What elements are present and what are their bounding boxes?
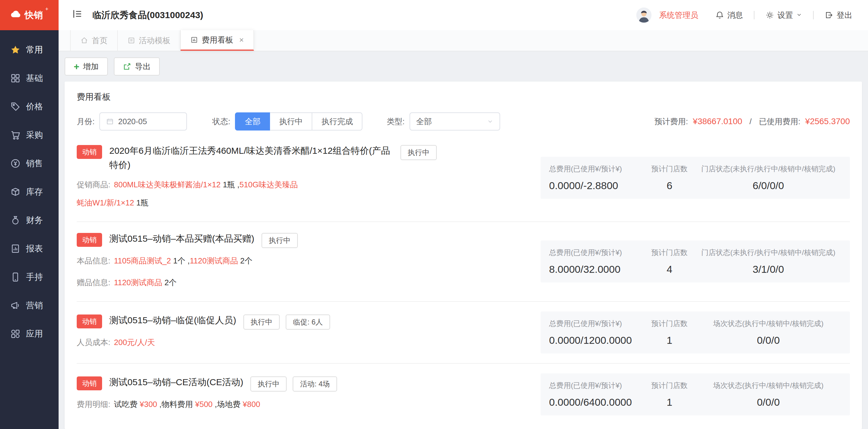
sidebar-item-label: 报表 — [26, 243, 43, 254]
cost-item: ,物料费用 — [157, 400, 195, 409]
top-bar: 临沂欣秀食品(0031000243) 系统管理员 消息 设置 登出 — [59, 0, 868, 30]
product-qty: 1瓶 , — [221, 180, 240, 189]
type-select[interactable]: 全部 — [409, 112, 500, 130]
status-tag: 执行中 — [250, 376, 287, 392]
sidebar-item-reports[interactable]: 报表 — [0, 235, 59, 263]
sidebar-item-apps[interactable]: 应用 — [0, 319, 59, 348]
close-icon[interactable]: × — [239, 35, 244, 45]
settings-menu[interactable]: 设置 — [765, 10, 802, 21]
calendar-icon — [106, 118, 114, 125]
used-cost-label: 已使用费用: — [759, 116, 800, 127]
export-button[interactable]: 导出 — [114, 57, 160, 75]
sidebar-item-marketing[interactable]: 营销 — [0, 291, 59, 319]
add-button[interactable]: + 增加 — [65, 57, 108, 75]
promo-type-badge: 动销 — [77, 314, 102, 328]
stat-header: 总费用(已使用¥/预计¥) — [549, 319, 644, 328]
totals-separator: / — [750, 117, 752, 126]
stat-value: 6 — [644, 180, 695, 191]
sidebar-item-favorites[interactable]: 常用 — [0, 36, 59, 64]
template-icon — [127, 36, 135, 44]
gift-products-label: 赠品信息: — [77, 278, 110, 287]
toolbar: + 增加 导出 — [65, 57, 862, 75]
tab-home[interactable]: 首页 — [70, 30, 118, 51]
sidebar-item-purchase[interactable]: 采购 — [0, 121, 59, 149]
cost-amount: ¥300 — [140, 400, 157, 409]
promoter-count-tag: 临促: 6人 — [286, 314, 330, 330]
expense-board-panel: 费用看板 月份: 2020-05 状态: 全部 执行中 — [65, 82, 862, 429]
estimated-cost-label: 预计费用: — [654, 116, 688, 127]
collapse-menu-icon[interactable] — [72, 8, 83, 22]
sidebar-item-price[interactable]: 价格 — [0, 92, 59, 121]
logout-label: 登出 — [837, 10, 852, 21]
sidebar-item-handheld[interactable]: 手持 — [0, 263, 59, 291]
staff-cost-value: 200元/人/天 — [114, 338, 155, 347]
sidebar-item-label: 营销 — [26, 300, 43, 311]
sidebar: 快销 + 常用 基础 价格 采购 销售 — [0, 0, 59, 429]
sidebar-nav: 常用 基础 价格 采购 销售 库存 — [0, 30, 59, 348]
content-area: + 增加 导出 费用看板 月份: 2020-05 — [59, 51, 868, 429]
sidebar-item-label: 基础 — [26, 72, 43, 84]
messages-label: 消息 — [727, 10, 743, 21]
stat-header: 场次状态(执行中/核销中/核销完成) — [695, 381, 841, 390]
top-bar-right: 系统管理员 消息 设置 登出 — [636, 7, 852, 23]
activity-card[interactable]: 动销 测试0515–动销–本品买赠(本品买赠) 执行中 本品信息:1105商品测… — [77, 222, 850, 302]
filter-bar: 月份: 2020-05 状态: 全部 执行中 执行完成 — [77, 112, 850, 130]
activity-card[interactable]: 动销 测试0515–动销–临促(临促人员) 执行中 临促: 6人 人员成本:20… — [77, 302, 850, 364]
export-button-label: 导出 — [135, 61, 151, 72]
activity-card[interactable]: 动销 测试0515–动销–CE活动(CE活动) 执行中 活动: 4场 费用明细:… — [77, 364, 850, 425]
export-icon — [123, 62, 131, 71]
status-tag: 执行中 — [243, 314, 280, 330]
type-label: 类型: — [386, 116, 404, 127]
sidebar-item-label: 财务 — [26, 214, 43, 226]
status-option-running[interactable]: 执行中 — [270, 112, 312, 130]
product-name: 510G味达美臻品 — [240, 180, 298, 189]
product-qty: 2个 — [238, 256, 252, 265]
activity-card[interactable]: 动销 2020年6月临沂临沂王法秀460ML/味达美清香米醋/1×12组合特价(… — [77, 134, 850, 222]
status-option-finished[interactable]: 执行完成 — [312, 112, 363, 130]
status-tag: 执行中 — [261, 233, 298, 248]
sidebar-item-basic[interactable]: 基础 — [0, 64, 59, 92]
main-area: 临沂欣秀食品(0031000243) 系统管理员 消息 设置 登出 — [59, 0, 868, 429]
gear-icon — [765, 10, 774, 20]
card-content: 动销 测试0515–动销–本品买赠(本品买赠) 执行中 本品信息:1105商品测… — [77, 232, 540, 292]
tab-activity-template[interactable]: 活动模板 — [118, 30, 181, 51]
sidebar-item-sales[interactable]: 销售 — [0, 149, 59, 178]
stat-header: 预计门店数 — [644, 248, 695, 257]
stats-box: 总费用(已使用¥/预计¥)8.0000/32.0000 预计门店数4 门店状态(… — [540, 241, 850, 282]
month-picker[interactable]: 2020-05 — [99, 112, 187, 130]
tab-expense-board[interactable]: 费用看板 × — [181, 30, 254, 51]
cost-detail-label: 费用明细: — [77, 400, 110, 409]
user-avatar[interactable] — [636, 7, 652, 23]
product-qty: 2个 — [162, 278, 177, 287]
board-icon — [190, 36, 198, 44]
month-value: 2020-05 — [118, 117, 147, 126]
stat-header: 总费用(已使用¥/预计¥) — [549, 164, 644, 174]
messages-menu[interactable]: 消息 — [715, 10, 743, 21]
stat-value: 3/1/0/0 — [695, 264, 841, 275]
stat-header: 场次状态(执行中/核销中/核销完成) — [695, 319, 841, 328]
promo-type-badge: 动销 — [77, 376, 102, 390]
stat-header: 门店状态(未执行/执行中/核销中/核销完成) — [695, 164, 841, 174]
sidebar-item-finance[interactable]: 财务 — [0, 206, 59, 235]
tab-bar: 首页 活动模板 费用看板 × — [59, 30, 868, 51]
sidebar-item-label: 手持 — [26, 271, 43, 283]
sidebar-item-label: 采购 — [26, 129, 43, 141]
status-option-all[interactable]: 全部 — [235, 112, 270, 130]
sidebar-item-label: 应用 — [26, 328, 43, 340]
chevron-down-icon — [796, 10, 802, 20]
sidebar-item-inventory[interactable]: 库存 — [0, 178, 59, 206]
stat-value: 0.0000/1200.0000 — [549, 334, 644, 346]
activity-title: 测试0515–动销–临促(临促人员) — [109, 313, 236, 328]
user-name[interactable]: 系统管理员 — [659, 10, 698, 21]
tab-label: 活动模板 — [139, 35, 170, 46]
stat-value: 1 — [644, 334, 695, 346]
logout-menu[interactable]: 登出 — [825, 10, 852, 21]
app-logo[interactable]: 快销 + — [0, 0, 59, 30]
price-tag-icon — [10, 101, 21, 112]
company-title: 临沂欣秀食品(0031000243) — [92, 9, 203, 22]
main-products-line: 本品信息:1105商品测试_2 1个 ,1120测试商品 2个 — [77, 252, 524, 270]
money-bag-icon — [10, 215, 21, 225]
product-name: 蚝油W1/新/1×12 — [77, 198, 134, 207]
staff-cost-line: 人员成本:200元/人/天 — [77, 333, 524, 351]
card-content: 动销 测试0515–动销–CE活动(CE活动) 执行中 活动: 4场 费用明细:… — [77, 375, 540, 413]
